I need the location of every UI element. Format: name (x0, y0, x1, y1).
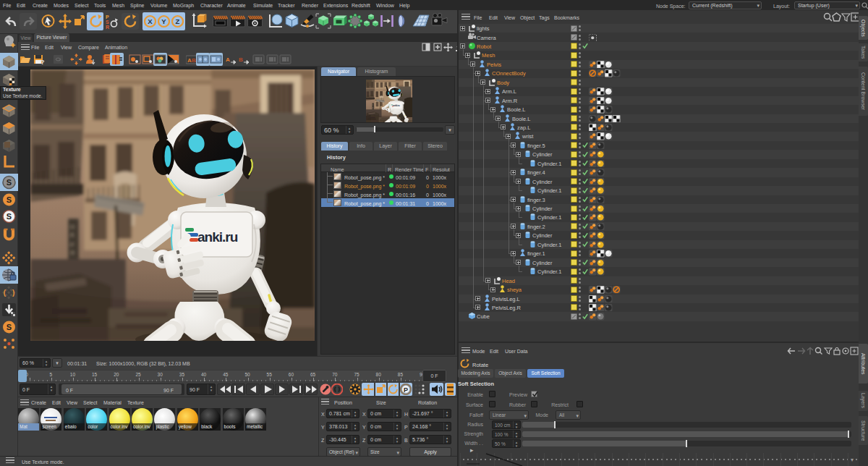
svg-text:Y: Y (161, 17, 166, 25)
svg-text:Z: Z (176, 17, 180, 25)
svg-text:X: X (148, 17, 153, 25)
svg-text:S: S (7, 195, 12, 204)
svg-text:S: S (7, 212, 12, 221)
svg-text:P: P (106, 14, 109, 20)
svg-text:?: ? (41, 59, 45, 65)
svg-text:( ): ( ) (2, 289, 15, 297)
svg-text:S: S (7, 178, 12, 187)
svg-text:R: R (106, 25, 109, 29)
svg-text:A: A (226, 56, 230, 63)
svg-text:S: S (7, 323, 12, 331)
svg-text:P: P (404, 386, 408, 394)
svg-text:B: B (239, 56, 243, 63)
svg-text:S: S (106, 20, 109, 25)
